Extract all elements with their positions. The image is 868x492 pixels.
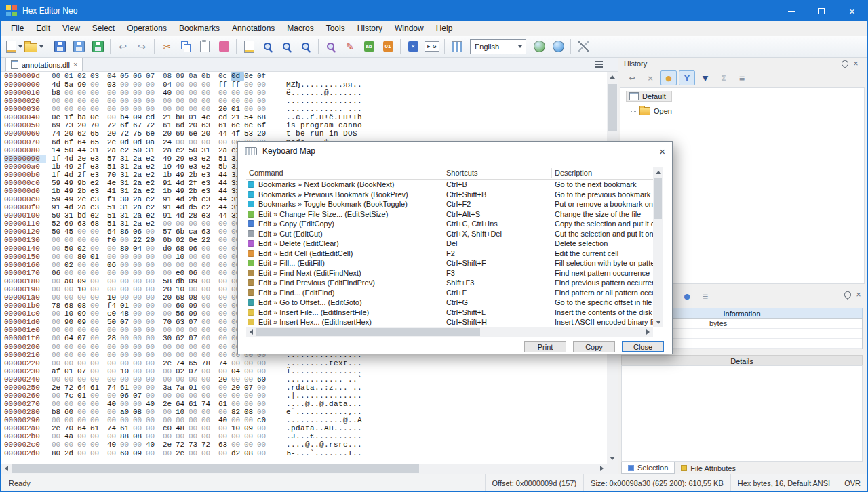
hex-byte-cell[interactable]: 00 [244,392,257,400]
hex-byte-cell[interactable]: 00 [218,392,231,400]
hex-byte-cell[interactable]: 00 [77,449,90,457]
hex-byte-cell[interactable]: 00 [77,400,90,408]
hex-byte-cell[interactable]: 10 [64,310,77,318]
hex-byte-cell[interactable]: 00 [120,375,133,384]
hex-byte-cell[interactable]: 00 [257,359,270,367]
hex-byte-cell[interactable]: 00 [52,277,64,285]
hex-byte-cell[interactable]: 00 [244,359,257,367]
hex-byte-cell[interactable]: 31 [64,211,77,220]
hex-byte-cell[interactable]: 44 [218,195,231,203]
hex-byte-cell[interactable]: 00 [52,334,64,342]
ascii-cell[interactable]: .|.............. [286,392,362,400]
hex-byte-cell[interactable]: e0 [176,269,189,277]
hex-byte-cell[interactable]: b8 [52,89,64,97]
hex-byte-cell[interactable]: 00 [107,351,120,359]
column-layout-button[interactable] [448,38,466,56]
hex-byte-cell[interactable]: 00 [52,236,64,244]
hex-byte-cell[interactable]: 20 [64,129,77,138]
hex-byte-cell[interactable]: 82 [231,408,244,416]
hex-byte-cell[interactable]: 03 [107,81,120,89]
hex-byte-cell[interactable]: 00 [176,89,189,97]
hex-byte-cell[interactable]: 09 [244,424,257,432]
hex-byte-cell[interactable]: 00 [218,89,231,97]
hex-byte-cell[interactable]: 00 [90,367,103,375]
redo-button[interactable]: ↪ [133,38,151,56]
hex-byte-cell[interactable]: 91 [163,211,176,220]
hex-byte-cell[interactable]: 00 [133,384,146,392]
hex-byte-cell[interactable]: 00 [120,269,133,277]
hex-byte-cell[interactable]: 09 [77,277,90,285]
hex-byte-cell[interactable]: 00 [90,449,103,457]
hex-byte-cell[interactable]: 00 [64,236,77,244]
hex-byte-cell[interactable]: 49 [64,163,77,171]
hex-byte-cell[interactable]: 20 [77,121,90,129]
menu-item-select[interactable]: Select [86,22,121,35]
hex-byte-cell[interactable]: 70 [107,171,120,179]
hex-byte-cell[interactable]: 51 [218,155,231,163]
hex-byte-cell[interactable]: 00 [107,392,120,400]
hex-byte-cell[interactable]: c0 [107,310,120,318]
hex-byte-cell[interactable]: 00 [107,375,120,384]
hex-byte-cell[interactable]: 00 [244,89,257,97]
hex-byte-cell[interactable]: ca [189,228,201,236]
hex-byte-cell[interactable]: 07 [133,392,146,400]
hex-byte-cell[interactable]: 00 [77,269,90,277]
hex-byte-cell[interactable]: 2a [77,203,90,211]
hex-byte-cell[interactable]: 09 [77,318,90,326]
hex-byte-cell[interactable]: 57 [163,228,176,236]
hex-byte-cell[interactable]: 00 [133,277,146,285]
hex-byte-cell[interactable]: 00 [90,236,103,244]
hex-byte-cell[interactable]: 00 [52,285,64,293]
hex-byte-cell[interactable]: 00 [133,261,146,269]
hex-byte-cell[interactable]: 09 [77,310,90,318]
encoding-button[interactable]: ab [360,38,378,56]
hex-byte-cell[interactable]: 01 [90,253,103,261]
hex-byte-cell[interactable]: 1b [52,187,64,195]
hex-byte-cell[interactable]: 61 [90,424,103,432]
hex-byte-cell[interactable]: 00 [231,359,244,367]
hex-byte-cell[interactable]: 5a [64,81,77,89]
history-node-open[interactable]: Open [639,107,672,115]
horizontal-scroll-thumb[interactable] [256,328,480,336]
hex-byte-cell[interactable]: 64 [107,228,120,236]
hex-byte-cell[interactable]: 64 [77,424,90,432]
hex-byte-cell[interactable]: 00 [52,440,64,449]
hex-byte-cell[interactable]: 31 [120,179,133,187]
hex-byte-cell[interactable]: 00 [201,449,214,457]
hex-byte-cell[interactable]: 00 [231,440,244,449]
hex-byte-cell[interactable]: e3 [201,195,214,203]
hex-byte-cell[interactable]: 00 [146,449,159,457]
hex-byte-cell[interactable]: 78 [201,359,214,367]
hex-byte-cell[interactable]: 01 [120,302,133,310]
find-next-button[interactable] [278,38,296,56]
hex-byte-cell[interactable]: 00 [176,105,189,113]
hex-byte-cell[interactable]: 50 [64,146,77,155]
hex-byte-cell[interactable]: 02 [77,245,90,253]
hex-byte-cell[interactable]: 00 [64,105,77,113]
keyboard-map-row[interactable]: Edit » Edit Cell (EditEditCell)F2Edit th… [246,249,653,259]
keyboard-map-row[interactable]: Edit » Find Previous (EditFindPrev)Shift… [246,278,653,288]
hex-byte-cell[interactable]: 6b [176,228,189,236]
hex-byte-cell[interactable]: 40 [218,416,231,424]
hex-byte-cell[interactable]: 00 [107,285,120,293]
hex-byte-cell[interactable]: 7a [176,384,189,392]
hex-byte-cell[interactable]: f0 [107,236,120,244]
ascii-cell[interactable]: .pdata..АH...... [286,424,362,432]
replace-button[interactable] [322,38,340,56]
hex-byte-cell[interactable]: 00 [120,89,133,97]
hex-byte-cell[interactable]: 00 [201,138,214,146]
column-description[interactable]: Description [555,169,592,177]
hex-byte-cell[interactable]: 31 [146,146,159,155]
hex-byte-cell[interactable]: 52 [52,220,64,228]
ascii-cell[interactable]: ё.......@....... [286,89,362,97]
show-all-branches-button[interactable]: Y [679,70,695,85]
hex-byte-cell[interactable]: 00 [244,81,257,89]
undo-button[interactable]: ↩ [114,38,132,56]
ascii-cell[interactable]: ................ [286,97,362,105]
hex-byte-cell[interactable]: 31 [120,171,133,179]
hex-byte-cell[interactable]: 48 [120,310,133,318]
keyboard-map-row[interactable]: Bookmarks » Toggle Bookmark (BookToggle)… [246,199,653,209]
hex-byte-cell[interactable]: 91 [52,203,64,211]
hex-byte-cell[interactable]: 48 [176,424,189,432]
hex-byte-cell[interactable]: 40 [146,440,159,449]
